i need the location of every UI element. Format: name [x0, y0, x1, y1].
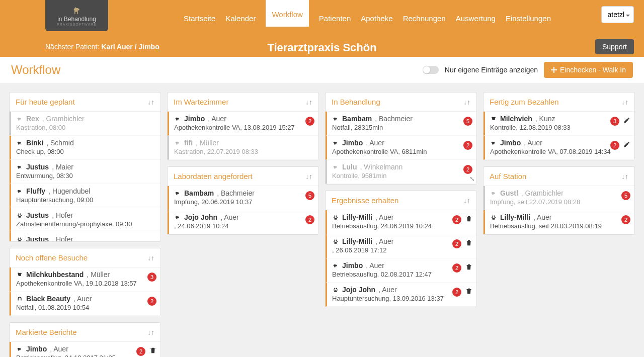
owner-name: , Winkelmann	[360, 163, 403, 171]
patient-name: Jojo John	[342, 286, 375, 294]
edit-button[interactable]	[623, 117, 630, 124]
nav-einstellungen[interactable]: Einstellungen	[506, 10, 551, 27]
card-detail: Notfall, 28315min	[332, 124, 472, 131]
owner-name: , Auer	[73, 295, 92, 303]
panel-title: Im Wartezimmer	[174, 98, 228, 106]
count-badge: 3	[610, 117, 619, 126]
nav-kalender[interactable]: Kalender	[225, 10, 256, 27]
patient-card[interactable]: fifi, MüllerKastration, 22.07.2019 08:33	[168, 136, 318, 160]
patient-card[interactable]: Bambam, BachmeierImpfung, 20.06.2019 10:…	[168, 186, 318, 210]
sort-icon[interactable]: ↓↑	[305, 98, 312, 106]
dog-icon	[16, 163, 23, 170]
toggle-label: Nur eigene Einträge anzeigen	[445, 66, 538, 74]
main-nav: StartseiteKalenderWorkflowPatientenApoth…	[184, 10, 551, 27]
patient-card[interactable]: Milchkuhbestand, MüllerApothekenkontroll…	[10, 267, 160, 292]
sort-icon[interactable]: ↓↑	[147, 254, 154, 262]
patient-card[interactable]: Justus, HoferEntwurmung, 13:45	[10, 232, 160, 241]
trash-button[interactable]	[465, 239, 472, 246]
patient-card[interactable]: Jimbo, AuerApothekenkontrolle VA, 07.08.…	[484, 136, 634, 160]
nav-apotheke[interactable]: Apotheke	[361, 10, 392, 27]
trash-button[interactable]	[465, 288, 472, 295]
patient-card[interactable]: Fluffy, HugendubelHauptuntersuchung, 09:…	[10, 184, 160, 208]
own-entries-toggle[interactable]	[423, 66, 439, 74]
sort-icon[interactable]: ↓↑	[621, 98, 628, 106]
paw-icon	[16, 212, 23, 219]
patient-card[interactable]: Gustl, GrambichlerImpfung, seit 22.07.20…	[484, 186, 634, 210]
sort-icon[interactable]: ↓↑	[463, 197, 470, 205]
checkin-button[interactable]: Einchecken - Walk In	[544, 62, 633, 78]
count-badge: 2	[452, 239, 461, 248]
panel-title: Labordaten angefordert	[174, 172, 253, 181]
patient-card[interactable]: Milchvieh, KunzKontrolle, 12.08.2019 08:…	[484, 112, 634, 136]
patient-name: fifi	[184, 139, 193, 147]
patient-card[interactable]: Bambam, BachmeierNotfall, 28315min5	[326, 112, 476, 136]
subheader: Workflow Nur eigene Einträge anzeigen Ei…	[0, 57, 644, 83]
nav-rechnungen[interactable]: Rechnungen	[403, 10, 446, 27]
panel-station: Auf Station↓↑Gustl, GrambichlerImpfung, …	[483, 166, 635, 235]
dog-icon	[174, 115, 181, 122]
trash-button[interactable]	[465, 263, 472, 271]
patient-name: Jimbo	[184, 115, 205, 123]
resize-handle[interactable]: ⤡	[469, 175, 475, 183]
patient-card[interactable]: Lulu, WinkelmannKontrolle, 9581min2	[326, 160, 476, 184]
patient-name: Bambam	[342, 115, 372, 123]
card-detail: Check up, 08:00	[16, 148, 156, 155]
owner-name: , Auer	[366, 139, 384, 147]
patient-name: Milchvieh	[500, 115, 532, 123]
workflow-board: Für heute geplant↓↑Rex, GrambichlerKastr…	[0, 83, 644, 357]
cow-icon	[16, 271, 23, 278]
plus-icon	[551, 67, 557, 73]
trash-button[interactable]	[465, 215, 472, 222]
owner-name: , Hofer	[52, 235, 73, 241]
nav-auswertung[interactable]: Auswertung	[456, 10, 496, 27]
owner-name: , Maier	[52, 163, 73, 171]
patient-card[interactable]: Black Beauty, AuerNotfall, 01.08.2019 10…	[10, 292, 160, 316]
count-badge: 2	[463, 141, 472, 150]
nav-workflow[interactable]: Workflow	[266, 0, 308, 27]
count-badge: 2	[147, 297, 156, 306]
patient-card[interactable]: Rex, GrambichlerKastration, 08:00	[10, 112, 160, 136]
page-title: Workflow	[11, 63, 60, 77]
sort-icon[interactable]: ↓↑	[621, 172, 628, 181]
sort-icon[interactable]: ↓↑	[305, 172, 312, 181]
patient-card[interactable]: Jimbo, AuerApothekenkontrolle VA, 6811mi…	[326, 136, 476, 160]
patient-card[interactable]: Jimbo, AuerBetriebsausflug, 02.08.2017 1…	[326, 258, 476, 283]
patient-name: Fluffy	[26, 187, 45, 195]
patient-name: Lulu	[342, 163, 357, 171]
patient-card[interactable]: Jimbo, AuerBetriebsausflug, 24.10.2017 2…	[10, 342, 160, 357]
patient-card[interactable]: Lilly-Milli, AuerBetriebsausflug, seit 2…	[484, 210, 634, 234]
patient-name: Justus	[26, 235, 49, 241]
support-button[interactable]: Support	[595, 39, 634, 54]
next-patient-link[interactable]: Nächster Patient: Karl Auer / Jimbo	[45, 43, 159, 51]
patient-card[interactable]: Lilly-Milli, AuerBetriebsausflug, 24.06.…	[326, 210, 476, 234]
nav-startseite[interactable]: Startseite	[184, 10, 215, 27]
count-badge: 2	[463, 165, 472, 174]
nav-patienten[interactable]: Patienten	[319, 10, 351, 27]
owner-name: , Auer	[375, 213, 394, 221]
patient-card[interactable]: Binki, SchmidCheck up, 08:00	[10, 136, 160, 160]
dog-icon	[174, 139, 181, 146]
user-menu[interactable]: atetzl	[601, 6, 634, 23]
sort-icon[interactable]: ↓↑	[463, 98, 470, 106]
logo-text2: PRAXISSOFTWARE	[57, 23, 97, 26]
patient-card[interactable]: Lilly-Milli, Auer, 26.06.2019 17:122	[326, 234, 476, 258]
patient-card[interactable]: Justus, HoferZahnsteinentfernung/-prophy…	[10, 208, 160, 232]
patient-card[interactable]: Jojo John, AuerHauptuntersuchung, 13.09.…	[326, 283, 476, 307]
patient-card[interactable]: Jimbo, AuerApothekenkontrolle VA, 13.08.…	[168, 112, 318, 136]
paw-icon	[332, 238, 339, 245]
patient-name: Lilly-Milli	[342, 213, 372, 221]
trash-button[interactable]	[149, 347, 156, 354]
sort-icon[interactable]: ↓↑	[147, 328, 154, 336]
card-detail: , 26.06.2019 17:12	[332, 246, 472, 254]
card-detail: Impfung, seit 22.07.2019 08:28	[490, 198, 630, 206]
sort-icon[interactable]: ↓↑	[147, 98, 154, 106]
count-badge: 2	[305, 117, 314, 126]
card-detail: Kastration, 22.07.2019 08:33	[174, 148, 314, 155]
count-badge: 5	[621, 191, 630, 200]
owner-name: , Schmid	[46, 139, 73, 147]
owner-name: , Bachmeier	[375, 115, 413, 123]
count-badge: 2	[305, 215, 314, 224]
edit-button[interactable]	[623, 141, 630, 148]
patient-card[interactable]: Justus, MaierEntwurmung, 08:30	[10, 160, 160, 184]
patient-card[interactable]: Jojo John, Auer, 24.06.2019 10:242	[168, 210, 318, 234]
